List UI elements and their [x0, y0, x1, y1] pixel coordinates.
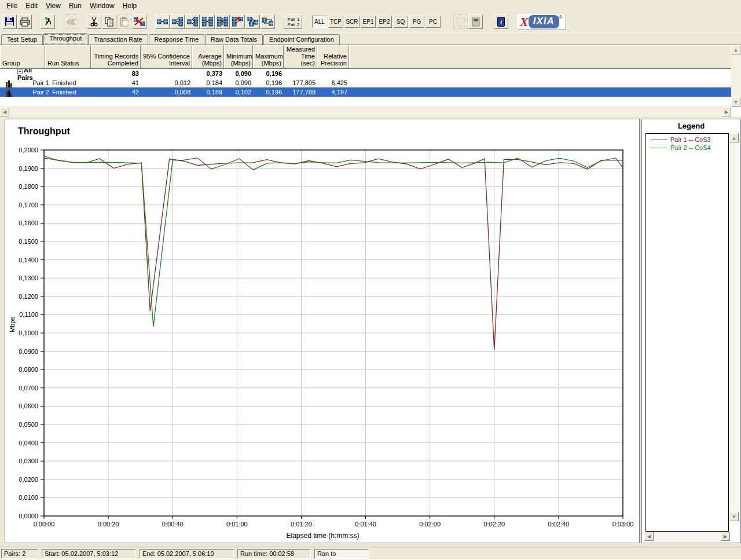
x-tick-label: 0:02:20 [483, 521, 505, 528]
tab-raw-data-totals[interactable]: Raw Data Totals [205, 34, 263, 45]
report-view-icon [472, 17, 480, 27]
scroll-down-icon[interactable]: ▼ [729, 512, 739, 521]
menu-view[interactable]: View [42, 1, 65, 11]
toolbar-group [2, 14, 32, 29]
menu-window[interactable]: Window [86, 1, 119, 11]
legend-line-swatch [651, 148, 667, 148]
value-cell: 0,196 [253, 79, 284, 86]
view-ep2-button[interactable]: EP2 [377, 16, 392, 28]
run-status-cell: Finished [51, 79, 91, 86]
y-tick-label: 0,0400 [19, 440, 38, 446]
scroll-left-icon[interactable]: ◀ [0, 107, 9, 116]
group-cell: Pair 1 [0, 79, 51, 86]
legend-line-swatch [651, 140, 667, 140]
tab-response-time[interactable]: Response Time [149, 34, 204, 45]
loopback-pair-button[interactable] [261, 14, 275, 29]
tab-endpoint-configuration[interactable]: Endpoint Configuration [263, 34, 340, 45]
report-blank-button[interactable] [453, 14, 468, 29]
legend-item[interactable]: Pair 1 -- CoS3 [648, 136, 728, 144]
report-view-button[interactable] [468, 14, 483, 29]
run-test-button[interactable] [41, 14, 55, 29]
edit-endpoints-button[interactable] [185, 14, 200, 29]
print-button[interactable] [17, 14, 32, 29]
table-row-pair-2[interactable]: Pair 2Finished420,0080,1890,1020,196177,… [0, 87, 741, 97]
menu-file[interactable]: File [2, 1, 21, 11]
collapse-icon[interactable]: − [17, 69, 23, 74]
view-sq-button[interactable]: SQ [393, 16, 408, 28]
table-vertical-scrollbar[interactable]: ▲ ▼ [731, 45, 741, 107]
scroll-left-icon[interactable]: ◀ [644, 532, 654, 541]
y-tick-label: 0,0900 [19, 348, 38, 355]
view-pc-button[interactable]: PC [425, 16, 441, 28]
column-header-timing-records[interactable]: Timing RecordsCompleted [91, 45, 141, 68]
toolbar-group [41, 14, 56, 29]
view-ep1-button[interactable]: EP1 [361, 16, 376, 28]
copy-icon [105, 17, 113, 27]
tab-bar: Test SetupThroughputTransaction RateResp… [0, 33, 741, 45]
column-header-average[interactable]: Average(Mbps) [192, 45, 224, 68]
rewind-icon [66, 19, 76, 25]
tab-test-setup[interactable]: Test Setup [1, 34, 43, 45]
table-row-pair-1[interactable]: Pair 1Finished410,0120,1840,0900,196177,… [0, 78, 741, 87]
statusbar-cell-0: Pairs: 2 [1, 549, 38, 559]
help-button[interactable]: i [494, 14, 508, 29]
menu-edit[interactable]: Edit [21, 1, 42, 11]
y-tick-label: 0,1600 [19, 219, 38, 226]
disable-pair-button[interactable] [230, 14, 245, 29]
legend-horizontal-scrollbar[interactable]: ◀ ▶ [644, 532, 730, 541]
y-tick-label: 0,0000 [19, 513, 38, 519]
menu-help[interactable]: Help [119, 1, 141, 11]
copy-button[interactable] [102, 14, 116, 29]
table-horizontal-scrollbar[interactable]: ◀ ▶ [0, 107, 731, 116]
menu-run[interactable]: Run [65, 1, 86, 11]
value-cell: 0,102 [224, 89, 253, 96]
value-cell: 0,012 [141, 79, 192, 86]
reorder-pairs-button[interactable] [215, 14, 230, 29]
column-header-measured[interactable]: MeasuredTime (sec) [284, 45, 317, 68]
save-button[interactable] [2, 14, 17, 29]
cut-button[interactable] [87, 14, 101, 29]
column-header-group[interactable]: Group [0, 45, 45, 68]
pair1-label: Pair 1 [288, 17, 300, 22]
view-tcp-button[interactable]: TCP [328, 16, 343, 28]
swap-endpoints-icon [202, 17, 213, 27]
column-header-run-status[interactable]: Run Status [45, 45, 91, 68]
ixchariot-window: { "colors": { "window_bg": "#ECE9D8", "s… [0, 0, 741, 560]
view-pg-button[interactable]: PG [409, 16, 424, 28]
value-cell: 0,189 [192, 89, 224, 96]
value-cell: 0,184 [192, 79, 224, 86]
scroll-up-icon[interactable]: ▲ [729, 133, 739, 142]
column-header-relative[interactable]: RelativePrecision [317, 45, 349, 68]
y-tick-label: 0,0700 [19, 385, 38, 391]
column-header-maximum[interactable]: Maximum(Mbps) [253, 45, 284, 68]
view-all-button[interactable]: ALL [312, 16, 327, 28]
pair1-pair2-view-button[interactable]: Pair 1 Pair 2 [284, 14, 302, 29]
ixia-x-icon: X [520, 14, 527, 30]
tab-transaction-rate[interactable]: Transaction Rate [88, 34, 148, 45]
scroll-right-icon[interactable]: ▶ [721, 532, 730, 541]
tab-throughput[interactable]: Throughput [43, 33, 87, 45]
rewind-button[interactable] [64, 14, 78, 29]
column-header-minimum[interactable]: Minimum(Mbps) [224, 45, 253, 68]
legend-item[interactable]: Pair 2 -- CoS4 [648, 144, 728, 152]
scroll-down-icon[interactable]: ▼ [731, 97, 740, 107]
y-tick-label: 0,1400 [19, 257, 38, 263]
multicast-pair-button[interactable] [170, 14, 185, 29]
pair-topology-button[interactable] [245, 14, 260, 29]
registered-mark: ® [559, 15, 562, 19]
table-row-all-pairs[interactable]: −All Pairs830,3730,0900,196 [0, 69, 741, 78]
paste-button[interactable] [117, 14, 131, 29]
endpoint-pair-button[interactable] [155, 14, 170, 29]
pair-chart-icon [6, 90, 13, 97]
column-header-95-confidence[interactable]: 95% ConfidenceInterval [141, 45, 192, 68]
y-tick-label: 0,0300 [19, 457, 38, 464]
scroll-right-icon[interactable]: ▶ [722, 107, 731, 116]
swap-endpoints-button[interactable] [200, 14, 215, 29]
statusbar-cell-2: End: 05.02.2007, 5:06:10 [140, 549, 234, 559]
delete-pair-button[interactable] [132, 14, 146, 29]
y-tick-label: 0,1100 [19, 311, 38, 318]
view-scr-button[interactable]: SCR [344, 16, 360, 28]
scroll-up-icon[interactable]: ▲ [731, 45, 740, 54]
legend-vertical-scrollbar[interactable]: ▲ ▼ [729, 133, 739, 521]
x-tick-label: 0:00:40 [162, 521, 184, 528]
